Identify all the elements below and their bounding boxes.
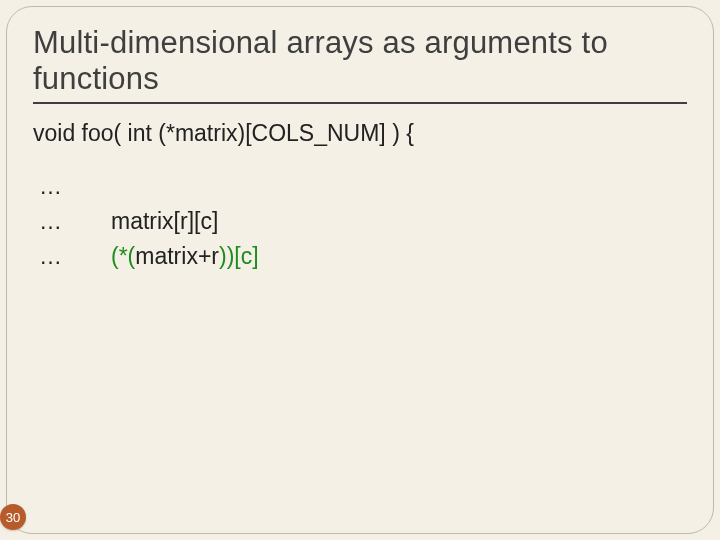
slide-body: void foo( int (*matrix)[COLS_NUM] ) { … … xyxy=(33,118,687,272)
ellipsis: … xyxy=(33,206,111,237)
slide-title: Multi-dimensional arrays as arguments to… xyxy=(33,25,687,96)
code-row: … matrix[r][c] xyxy=(33,206,687,237)
page-number-badge: 30 xyxy=(0,504,26,530)
code-expression: (*(matrix+r))[c] xyxy=(111,241,259,272)
code-row: … (*(matrix+r))[c] xyxy=(33,241,687,272)
code-paren-open: (*( xyxy=(111,243,135,269)
code-inner: matrix+r xyxy=(135,243,219,269)
code-declaration: void foo( int (*matrix)[COLS_NUM] ) { xyxy=(33,118,687,149)
code-expression: matrix[r][c] xyxy=(111,206,218,237)
code-row: … xyxy=(33,171,687,202)
ellipsis: … xyxy=(33,171,111,202)
ellipsis: … xyxy=(33,241,111,272)
code-paren-close: ))[c] xyxy=(219,243,259,269)
title-underline xyxy=(33,102,687,104)
slide-frame: Multi-dimensional arrays as arguments to… xyxy=(6,6,714,534)
